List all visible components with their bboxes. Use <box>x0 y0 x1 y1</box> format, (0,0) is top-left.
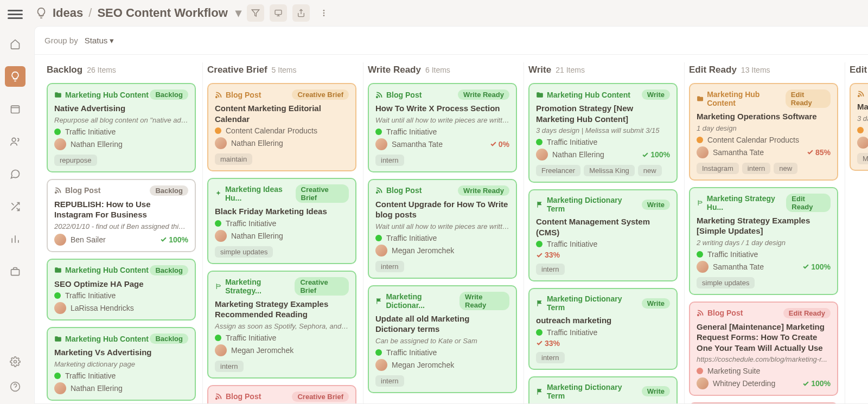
svg-point-14 <box>376 192 378 193</box>
card[interactable]: Marketing Dictionary TermWriteoutreach m… <box>528 288 678 370</box>
tag[interactable]: Melissa King <box>584 165 635 176</box>
card-type: Marketing Ideas Hu... <box>215 185 296 202</box>
card[interactable]: Marketing Hub ContentWritePromotion Stra… <box>528 83 678 183</box>
tag[interactable]: intern <box>536 264 565 275</box>
tag[interactable]: maintain <box>215 153 252 165</box>
card[interactable]: BloMarke [New3 daysCoNaMelis <box>850 83 868 171</box>
more-button[interactable] <box>315 4 333 22</box>
card-tags: intern <box>375 261 509 272</box>
nav-help-icon[interactable] <box>10 381 21 394</box>
avatar <box>215 137 227 149</box>
card[interactable]: Blog PostEdit ReadyGeneral [Maintenance]… <box>689 302 838 396</box>
card-progress: 100% <box>642 150 670 159</box>
card-type: Blog Post <box>215 392 261 401</box>
column-title: Edit Ready <box>689 65 737 75</box>
card[interactable]: Marketing Strategy Hu...Edit ReadyMarket… <box>689 187 838 295</box>
card[interactable]: Blog PostEdit Ready <box>689 402 838 403</box>
nav-settings-icon[interactable] <box>10 356 21 369</box>
tag[interactable]: intern <box>375 261 404 272</box>
svg-point-8 <box>323 15 324 16</box>
tag[interactable]: Freelancer <box>536 165 580 176</box>
card[interactable]: Blog PostBacklogREPUBLISH: How to Use In… <box>47 179 196 252</box>
tag[interactable]: intern <box>375 155 404 166</box>
card-type: Marketing Strategy Hu... <box>697 194 786 211</box>
card[interactable]: Marketing Hub ContentEdit ReadyMarketing… <box>689 83 838 181</box>
nav-chat-icon[interactable] <box>5 164 25 184</box>
card[interactable]: Marketing Dictionar...Write ReadyUpdate … <box>368 285 517 393</box>
breadcrumb-chevron-icon[interactable]: ▾ <box>233 6 241 20</box>
card-type: Marketing Dictionary Term <box>536 196 642 213</box>
card-initiative: Traffic Initiative <box>547 328 597 337</box>
tag[interactable]: simple updates <box>697 277 755 288</box>
tag[interactable]: new <box>638 165 662 176</box>
card-assignee: Megan Jeromchek <box>392 361 454 369</box>
tag[interactable]: intern <box>536 352 565 363</box>
avatar <box>697 146 709 158</box>
avatar <box>857 137 868 149</box>
tag[interactable]: Instagram <box>697 163 739 174</box>
card[interactable]: Blog PostWrite ReadyContent Upgrade for … <box>368 179 517 279</box>
card[interactable]: Marketing Hub ContentBacklogNative Adver… <box>47 83 196 172</box>
card-type: Marketing Dictionary Term <box>536 383 642 400</box>
card-tags: simple updates <box>697 277 831 288</box>
nav-shuffle-icon[interactable] <box>5 196 25 217</box>
card[interactable]: Marketing Ideas Hu...Creative BriefBlack… <box>207 178 356 264</box>
tag[interactable]: intern <box>375 375 404 387</box>
tag[interactable]: simple updates <box>215 246 273 258</box>
display-button[interactable] <box>270 4 287 22</box>
nav-ideas-icon[interactable] <box>5 66 25 87</box>
svg-point-11 <box>216 96 217 97</box>
tag[interactable]: intern <box>215 361 244 372</box>
status-pill: Creative Brief <box>296 184 349 203</box>
initiative-dot-icon <box>215 220 221 227</box>
tag[interactable]: Melis <box>857 153 868 164</box>
card-initiative: Traffic Initiative <box>226 334 276 342</box>
card-assignee: Megan Jeromchek <box>231 346 293 355</box>
card[interactable]: Marketing Dictionary TermWriteContent Ma… <box>528 189 678 281</box>
card-initiative: Traffic Initiative <box>65 127 116 136</box>
nav-people-icon[interactable] <box>5 131 25 152</box>
nav-home-icon[interactable] <box>5 34 25 54</box>
column-edit: Edit1BloMarke [New3 daysCoNaMelis <box>845 62 868 403</box>
column-count: 21 Items <box>556 66 585 74</box>
card[interactable]: Marketing Hub ContentBacklogSEO Optimize… <box>47 259 196 321</box>
initiative-dot-icon <box>536 139 542 145</box>
nav-briefcase-icon[interactable] <box>5 261 25 282</box>
card-subtitle: 3 days design | Melissa will submit 3/15 <box>536 126 670 134</box>
breadcrumb-sep: / <box>88 6 92 20</box>
card-type: Blog Post <box>375 91 422 99</box>
card-initiative: Traffic Initiative <box>547 240 597 248</box>
initiative-dot-icon <box>697 137 703 143</box>
tag[interactable]: new <box>774 163 797 174</box>
card-subtitle: Repurpose all blog content on "native ad… <box>54 116 188 124</box>
group-by-dropdown[interactable]: Status▾ <box>85 36 114 46</box>
tag[interactable]: intern <box>742 163 771 174</box>
card-assignee: Ben Sailer <box>71 235 106 244</box>
card[interactable]: Blog PostCreative Brief[Maintenance] Mar… <box>207 385 356 404</box>
tag[interactable]: repurpose <box>54 155 97 166</box>
initiative-dot-icon <box>375 349 382 356</box>
card[interactable]: Blog PostWrite ReadyHow To Write X Proce… <box>368 83 517 172</box>
status-pill: Write <box>642 200 670 210</box>
card-subtitle: Wait until all how to write pieces are w… <box>375 222 509 230</box>
card-type: Marketing Strategy... <box>215 278 295 295</box>
nav-calendar-icon[interactable] <box>5 99 25 119</box>
card[interactable]: Blog PostCreative BriefContent Marketing… <box>207 83 356 171</box>
avatar <box>375 359 387 371</box>
card-subtitle: Assign as soon as Spotify, Sephora, and … <box>215 322 349 330</box>
card-initiative: Content Calendar Products <box>226 126 317 135</box>
card[interactable]: Marketing Dictionary TermWritego-to-mark… <box>528 376 678 404</box>
breadcrumb-section[interactable]: Ideas <box>53 6 83 20</box>
initiative-dot-icon <box>54 373 61 379</box>
card[interactable]: Marketing Hub ContentBacklogMarketing Vs… <box>47 327 196 401</box>
share-button[interactable] <box>292 4 310 22</box>
card[interactable]: Marketing Strategy...Creative BriefMarke… <box>207 271 356 379</box>
svg-rect-5 <box>275 10 282 15</box>
breadcrumb-page[interactable]: SEO Content Workflow <box>97 6 227 20</box>
nav-analytics-icon[interactable] <box>5 229 25 249</box>
hamburger-menu[interactable] <box>8 8 23 20</box>
filter-button[interactable] <box>247 4 264 22</box>
kanban-board[interactable]: Backlog26 ItemsMarketing Hub ContentBack… <box>35 55 868 403</box>
card-type: Marketing Hub Content <box>536 91 630 99</box>
status-pill: Backlog <box>150 334 188 344</box>
